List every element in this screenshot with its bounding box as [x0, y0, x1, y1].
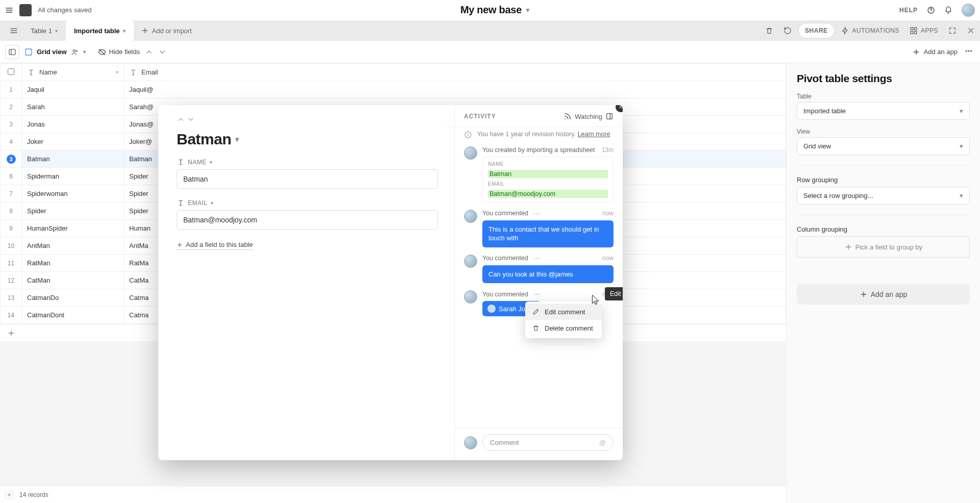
row-number[interactable]: 2	[1, 98, 22, 116]
cell-name[interactable]: Batman	[22, 150, 124, 168]
row-number[interactable]: 4	[1, 133, 22, 150]
row-number[interactable]: 9	[1, 220, 22, 237]
cell-name[interactable]: RatMan	[22, 255, 124, 272]
next-record-button[interactable]	[187, 115, 195, 123]
comment-actions-button[interactable]: ⋯	[532, 255, 541, 262]
base-name[interactable]: My new base	[460, 4, 522, 16]
pivot-view-select[interactable]: Grid view ▾	[797, 137, 970, 155]
table-row[interactable]: 1JaquilJaquil@	[1, 81, 786, 98]
cell-name[interactable]: CatmanDo	[22, 289, 124, 307]
grid-view-switcher[interactable]: Grid view ▾	[24, 48, 86, 56]
field-name-input[interactable]: Batman	[177, 169, 438, 189]
menu-icon[interactable]	[5, 6, 13, 14]
help-link[interactable]: HELP	[899, 7, 918, 14]
row-number[interactable]: 11	[1, 255, 22, 272]
cell-name[interactable]: CatMan	[22, 272, 124, 289]
watching-toggle[interactable]: Watching	[564, 112, 614, 120]
prev-record-button[interactable]	[177, 115, 185, 123]
tab-table-1[interactable]: Table 1 ▾	[22, 20, 66, 41]
row-number[interactable]: 14	[1, 307, 22, 324]
record-title-caret-icon[interactable]: ▾	[235, 135, 239, 143]
share-button[interactable]: SHARE	[799, 23, 834, 38]
views-sidebar-toggle[interactable]	[5, 45, 19, 59]
add-an-app-panel-button[interactable]: Add an app	[797, 284, 970, 305]
field-email-input[interactable]: Batman@moodjoy.com	[177, 210, 438, 230]
pivot-table-select[interactable]: Imported table ▾	[797, 102, 970, 120]
field-menu-caret-icon[interactable]: ▾	[210, 160, 213, 165]
cell-name[interactable]: Sarah	[22, 98, 124, 116]
row-number[interactable]: 13	[1, 289, 22, 307]
history-button[interactable]	[760, 20, 778, 41]
close-panel-button[interactable]	[962, 20, 980, 41]
comment-input[interactable]: Comment @	[482, 434, 614, 451]
rss-icon	[564, 112, 572, 120]
chevron-down-icon: ▾	[960, 192, 963, 199]
field-menu-caret-icon[interactable]: ▾	[211, 200, 214, 206]
comment-actions-button[interactable]: ⋯	[532, 290, 541, 298]
chevron-up-icon[interactable]	[145, 48, 153, 56]
mention-button[interactable]: @	[599, 439, 606, 446]
apps-button[interactable]: APPS	[904, 20, 943, 41]
cell-name[interactable]: AntMan	[22, 237, 124, 255]
edit-comment-item[interactable]: Edit comment	[525, 304, 602, 320]
row-number[interactable]: 12	[1, 272, 22, 289]
history-icon	[783, 27, 792, 35]
help-icon[interactable]	[927, 6, 935, 14]
pivot-table-value: Imported table	[803, 107, 846, 115]
row-number[interactable]: 8	[1, 203, 22, 220]
row-number[interactable]: 1	[1, 81, 22, 98]
cell-name[interactable]: HumanSpider	[22, 220, 124, 237]
hide-fields-button[interactable]: Hide fields	[98, 48, 140, 56]
grid-view-caret-icon[interactable]: ▾	[83, 49, 86, 55]
row-comment-badge[interactable]: 3	[7, 155, 16, 164]
comment-actions-button[interactable]: ⋯	[532, 210, 541, 217]
expand-activity-icon[interactable]	[605, 112, 614, 120]
cell-name[interactable]: Jonas	[22, 116, 124, 133]
cell-email[interactable]: Jaquil@	[124, 81, 786, 98]
cell-name[interactable]: CatmanDont	[22, 307, 124, 324]
pivot-view-label: View	[797, 128, 970, 135]
row-number[interactable]: 7	[1, 185, 22, 203]
bell-icon[interactable]	[944, 6, 952, 14]
app-logo[interactable]	[19, 4, 32, 16]
row-grouping-select[interactable]: Select a row grouping... ▾	[797, 187, 970, 205]
base-name-caret-icon[interactable]: ▼	[525, 7, 531, 14]
add-an-app-button[interactable]: Add an app	[912, 48, 958, 56]
pivot-settings-panel: Pivot table settings Table Imported tabl…	[786, 63, 980, 503]
add-field-button[interactable]: Add a field to this table	[177, 241, 253, 250]
automations-button[interactable]: AUTOMATIONS	[836, 20, 904, 41]
svg-rect-7	[26, 49, 32, 55]
collaborators-icon[interactable]	[71, 48, 79, 56]
cell-name[interactable]: Joker	[22, 133, 124, 150]
cell-name[interactable]: Jaquil	[22, 81, 124, 98]
cell-name[interactable]: Spiderman	[22, 168, 124, 185]
viewbar-more-button[interactable]	[963, 45, 975, 59]
add-record-footer-button[interactable]	[5, 491, 13, 499]
tab-imported-table[interactable]: Imported table ▾	[66, 20, 134, 41]
user-avatar[interactable]	[962, 4, 975, 17]
row-number[interactable]: 10	[1, 237, 22, 255]
fullscreen-button[interactable]	[943, 20, 962, 41]
chevron-down-icon[interactable]	[158, 48, 166, 56]
row-number[interactable]: 3	[1, 116, 22, 133]
cell-name[interactable]: Spiderwoman	[22, 185, 124, 203]
grid-view-label: Grid view	[37, 48, 67, 56]
column-grouping-dropzone[interactable]: Pick a field to group by	[797, 236, 970, 258]
chevron-down-icon: ▾	[960, 142, 963, 150]
plus-icon	[141, 27, 149, 35]
add-or-import-button[interactable]: Add or import	[134, 20, 199, 41]
select-all-header[interactable]	[1, 64, 22, 81]
column-header-email[interactable]: Email	[124, 64, 786, 81]
field-email-label: EMAIL	[188, 199, 208, 207]
undo-button[interactable]	[778, 20, 797, 41]
column-menu-caret-icon[interactable]: ▾	[116, 69, 118, 75]
cell-name[interactable]: Spider	[22, 203, 124, 220]
row-number[interactable]: 6	[1, 168, 22, 185]
learn-more-link[interactable]: Learn more	[578, 131, 610, 138]
delete-comment-item[interactable]: Delete comment	[525, 320, 602, 336]
row-number[interactable]: 3	[1, 150, 22, 168]
column-header-name[interactable]: Name ▾	[22, 64, 124, 81]
hamburger-icon	[10, 27, 18, 35]
select-all-checkbox[interactable]	[8, 68, 14, 75]
left-rail-toggle[interactable]	[5, 20, 22, 41]
